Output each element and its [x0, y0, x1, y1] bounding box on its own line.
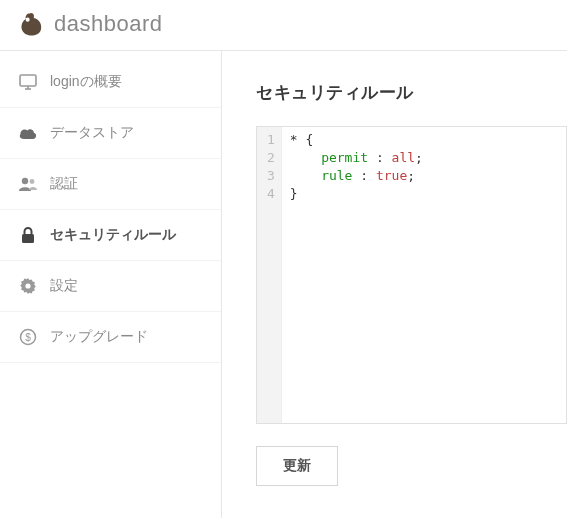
svg-rect-1 — [20, 75, 36, 86]
svg-point-0 — [26, 18, 30, 22]
lock-icon — [18, 226, 38, 244]
code-line[interactable]: * { — [290, 131, 423, 149]
body: loginの概要 データストア 認証 セキュリティルール 設定 — [0, 51, 567, 518]
main: セキュリティルール 1234 * { permit : all; rule : … — [222, 51, 567, 518]
logo[interactable]: dashboard — [18, 10, 162, 38]
line-number: 1 — [267, 131, 275, 149]
svg-rect-6 — [22, 234, 34, 243]
svg-text:$: $ — [25, 332, 31, 343]
svg-point-7 — [25, 283, 30, 288]
code-line[interactable]: permit : all; — [290, 149, 423, 167]
sidebar-item-settings[interactable]: 設定 — [0, 261, 221, 312]
sidebar-item-label: セキュリティルール — [50, 226, 176, 244]
editor-code[interactable]: * { permit : all; rule : true;} — [282, 127, 431, 423]
sidebar-item-label: 設定 — [50, 277, 78, 295]
sidebar-item-label: loginの概要 — [50, 73, 122, 91]
gear-icon — [18, 277, 38, 295]
cloud-icon — [18, 124, 38, 142]
sidebar-item-label: 認証 — [50, 175, 78, 193]
user-icon — [18, 175, 38, 193]
update-button[interactable]: 更新 — [256, 446, 338, 486]
editor-gutter: 1234 — [257, 127, 282, 423]
sidebar-item-auth[interactable]: 認証 — [0, 159, 221, 210]
code-line[interactable]: } — [290, 185, 423, 203]
sidebar-item-upgrade[interactable]: $ アップグレード — [0, 312, 221, 363]
svg-point-5 — [30, 179, 35, 184]
page-title: セキュリティルール — [256, 81, 567, 104]
sidebar-item-datastore[interactable]: データストア — [0, 108, 221, 159]
dollar-icon: $ — [18, 328, 38, 346]
button-row: 更新 — [256, 446, 567, 486]
monitor-icon — [18, 73, 38, 91]
app-logo-icon — [18, 10, 46, 38]
sidebar-item-security[interactable]: セキュリティルール — [0, 210, 221, 261]
sidebar-item-label: アップグレード — [50, 328, 148, 346]
sidebar: loginの概要 データストア 認証 セキュリティルール 設定 — [0, 51, 222, 518]
sidebar-item-label: データストア — [50, 124, 134, 142]
code-editor[interactable]: 1234 * { permit : all; rule : true;} — [256, 126, 567, 424]
sidebar-item-overview[interactable]: loginの概要 — [0, 57, 221, 108]
header: dashboard — [0, 0, 567, 51]
svg-point-4 — [22, 178, 28, 184]
code-line[interactable]: rule : true; — [290, 167, 423, 185]
line-number: 4 — [267, 185, 275, 203]
line-number: 2 — [267, 149, 275, 167]
logo-text: dashboard — [54, 11, 162, 37]
line-number: 3 — [267, 167, 275, 185]
